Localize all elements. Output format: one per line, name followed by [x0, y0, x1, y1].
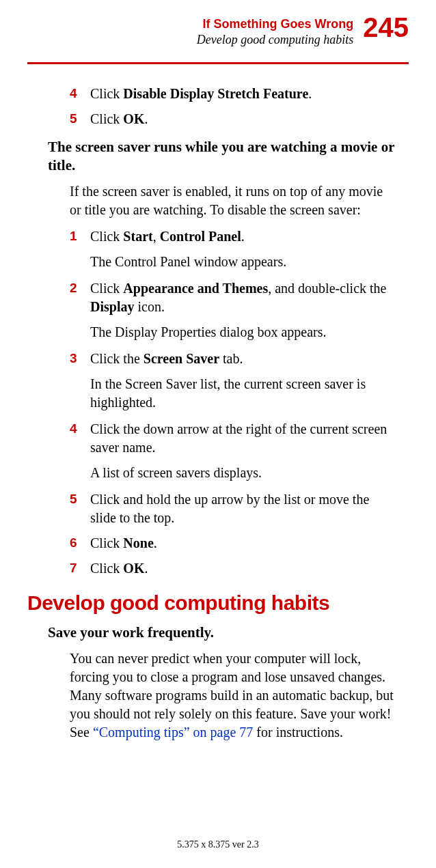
step-item: 3 Click the Screen Saver tab.: [70, 350, 395, 368]
step-text: Click the Screen Saver tab.: [90, 350, 395, 368]
header-section-title: Develop good computing habits: [197, 32, 353, 48]
step-item: 2 Click Appearance and Themes, and doubl…: [70, 279, 395, 316]
step-sub-text: A list of screen savers displays.: [90, 464, 395, 482]
problem-heading: The screen saver runs while you are watc…: [48, 138, 395, 176]
body-paragraph: You can never predict when your computer…: [70, 649, 395, 742]
header-rule: [27, 62, 409, 64]
step-number: 7: [70, 559, 90, 578]
step-text: Click Start, Control Panel.: [90, 227, 395, 246]
header-chapter-title: If Something Goes Wrong: [197, 16, 353, 32]
step-number: 4: [70, 85, 90, 103]
step-number: 1: [70, 227, 90, 246]
step-item: 5 Click and hold the up arrow by the lis…: [70, 490, 395, 527]
step-sub-text: The Display Properties dialog box appear…: [90, 323, 395, 341]
step-text: Click the down arrow at the right of the…: [90, 420, 395, 457]
step-sub-text: The Control Panel window appears.: [90, 253, 395, 271]
step-number: 4: [70, 420, 90, 457]
step-item: 4 Click Disable Display Stretch Feature.: [70, 85, 395, 103]
page-footer: 5.375 x 8.375 ver 2.3: [0, 839, 436, 850]
step-item: 6 Click None.: [70, 534, 395, 552]
cross-reference-link[interactable]: “Computing tips” on page 77: [93, 725, 253, 740]
problem-intro-paragraph: If the screen saver is enabled, it runs …: [70, 182, 395, 219]
step-item: 4 Click the down arrow at the right of t…: [70, 420, 395, 457]
step-text: Click Disable Display Stretch Feature.: [90, 85, 395, 103]
step-sub-text: In the Screen Saver list, the current sc…: [90, 375, 395, 412]
header-text-block: If Something Goes Wrong Develop good com…: [197, 14, 353, 47]
step-number: 5: [70, 490, 90, 527]
step-number: 3: [70, 350, 90, 368]
section-heading: Develop good computing habits: [27, 591, 395, 615]
step-text: Click OK.: [90, 559, 395, 578]
step-text: Click Appearance and Themes, and double-…: [90, 279, 395, 316]
sub-heading: Save your work frequently.: [48, 624, 395, 641]
step-item: 7 Click OK.: [70, 559, 395, 578]
step-item: 1 Click Start, Control Panel.: [70, 227, 395, 246]
step-text: Click and hold the up arrow by the list …: [90, 490, 395, 527]
page-number: 245: [363, 14, 409, 41]
page-header: If Something Goes Wrong Develop good com…: [27, 14, 409, 47]
step-item: 5 Click OK.: [70, 110, 395, 128]
step-number: 2: [70, 279, 90, 316]
step-number: 5: [70, 110, 90, 128]
step-number: 6: [70, 534, 90, 552]
step-text: Click None.: [90, 534, 395, 552]
page-container: If Something Goes Wrong Develop good com…: [0, 0, 436, 742]
content-area: 4 Click Disable Display Stretch Feature.…: [27, 85, 409, 742]
step-text: Click OK.: [90, 110, 395, 128]
